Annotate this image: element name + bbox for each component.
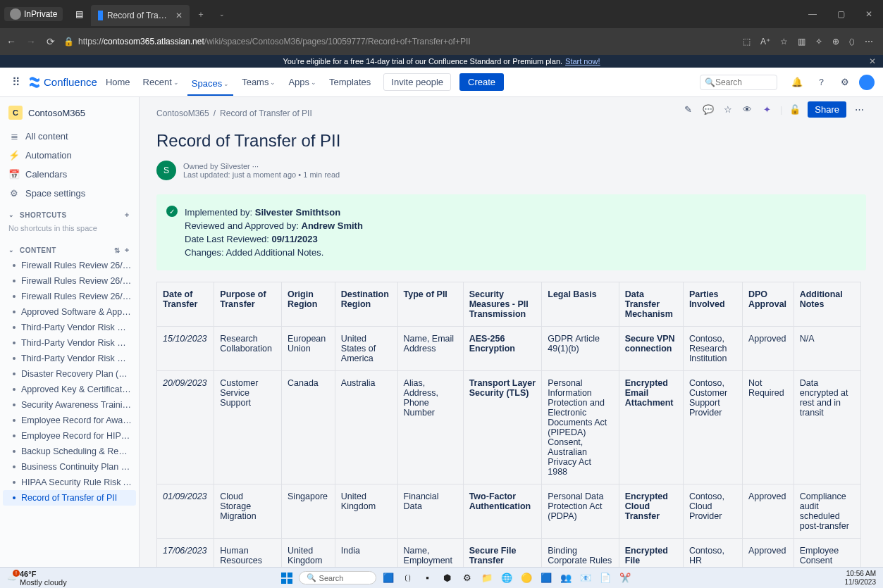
taskbar-app-icon[interactable]: ▪ <box>420 570 436 586</box>
sidebar-page-item[interactable]: Business Continuity Plan (BCP) <box>0 459 139 475</box>
split-screen-icon[interactable]: ▥ <box>798 37 805 46</box>
ai-icon[interactable]: ✦ <box>760 104 774 115</box>
star-icon[interactable]: ☆ <box>721 104 735 115</box>
edit-icon[interactable]: ✎ <box>681 104 696 115</box>
sidebar-item-label: Firewall Rules Review 26/10/2022 <box>21 292 132 301</box>
breadcrumb-space[interactable]: ContosoM365 <box>156 108 209 118</box>
taskbar-outlook-icon[interactable]: 📧 <box>578 570 593 586</box>
favorite-icon[interactable]: ☆ <box>780 37 788 46</box>
refresh-button[interactable]: ⟳ <box>44 36 58 47</box>
app-available-icon[interactable]: ⬚ <box>743 37 751 46</box>
browser-tab[interactable]: Record of Transfer of PII - Conte… ✕ <box>91 5 190 26</box>
add-content-icon[interactable]: ＋ <box>123 245 131 255</box>
info-panel: ✓ Implemented by: Silvester Smithtson Re… <box>156 194 866 270</box>
owner-name[interactable]: Silvester <box>221 162 250 170</box>
taskbar-teams-icon[interactable]: 👥 <box>558 570 574 586</box>
nav-recent[interactable]: Recent⌄ <box>139 74 183 90</box>
breadcrumb-page[interactable]: Record of Transfer of PII <box>220 108 312 118</box>
taskbar-chrome-icon[interactable]: 🟡 <box>519 570 534 586</box>
table-header: Additional Notes <box>794 282 860 327</box>
trial-start-link[interactable]: Start now! <box>565 57 600 65</box>
taskbar-app-icon[interactable]: ⚙ <box>459 570 475 586</box>
content-section[interactable]: ⌄ CONTENT ⇅ ＋ <box>0 238 139 258</box>
nav-apps[interactable]: Apps⌄ <box>284 74 321 90</box>
taskbar-app-icon[interactable]: 🟦 <box>538 570 554 586</box>
sidebar-page-item[interactable]: Backup Scheduling & Restore Procedure <box>0 444 139 459</box>
sidebar-page-item[interactable]: Approved Key & Certificate Inventory <box>0 382 139 397</box>
share-button[interactable]: Share <box>808 101 846 118</box>
nav-templates[interactable]: Templates <box>325 74 375 90</box>
shortcuts-section[interactable]: ⌄ SHORTCUTS ＋ <box>0 203 139 223</box>
invite-people-button[interactable]: Invite people <box>383 73 451 91</box>
close-window-button[interactable]: ✕ <box>855 9 883 19</box>
read-aloud-icon[interactable]: A⁺ <box>760 37 770 46</box>
sidebar-automation[interactable]: ⚡Automation <box>0 146 139 165</box>
tab-close-icon[interactable]: ✕ <box>175 11 183 20</box>
sidebar-page-item[interactable]: Employee Record for HIPPA Annual Traini… <box>0 428 139 444</box>
taskbar-copilot-icon[interactable]: 🟦 <box>381 570 396 586</box>
banner-close-icon[interactable]: ✕ <box>869 56 876 66</box>
sort-icon[interactable]: ⇅ <box>114 246 121 254</box>
user-avatar[interactable] <box>859 75 875 90</box>
watch-icon[interactable]: 👁 <box>741 104 755 115</box>
extensions-icon[interactable]: ⬯ <box>849 37 855 46</box>
header-search[interactable]: 🔍 <box>700 75 777 90</box>
new-tab-button[interactable]: ＋ <box>197 8 205 20</box>
taskbar-word-icon[interactable]: 📄 <box>598 570 613 586</box>
restrictions-icon[interactable]: 🔓 <box>788 104 802 115</box>
sidebar-page-item[interactable]: Employee Record for Awareness Training <box>0 413 139 428</box>
nav-teams[interactable]: Teams⌄ <box>237 74 280 90</box>
sidebar-page-item[interactable]: Record of Transfer of PII <box>3 490 136 506</box>
space-title[interactable]: C ContosoM365 <box>0 103 139 127</box>
comment-icon[interactable]: 💬 <box>701 104 715 115</box>
sidebar-page-item[interactable]: Third-Party Vendor Risk Management - 2… <box>0 351 139 366</box>
minimize-button[interactable]: — <box>798 9 827 19</box>
taskbar-clock[interactable]: 10:56 AM 11/9/2023 <box>838 570 884 587</box>
tab-dropdown-icon[interactable]: ⌄ <box>219 11 225 18</box>
sidebar-page-item[interactable]: Third-Party Vendor Risk Management - 2… <box>0 335 139 351</box>
bullet-icon <box>13 373 16 375</box>
sidebar-page-item[interactable]: Firewall Rules Review 26/10/2022 <box>0 289 139 304</box>
collections-icon[interactable]: ⊕ <box>832 37 839 46</box>
url-field[interactable]: 🔒 https://contosom365.atlassian.net/wiki… <box>63 37 737 46</box>
help-icon[interactable]: ？ <box>813 74 829 91</box>
notifications-icon[interactable]: 🔔 <box>789 74 805 91</box>
sidebar-all-content[interactable]: ≣All content <box>0 127 139 146</box>
browser-menu-icon[interactable]: ⋯ <box>865 37 873 46</box>
back-button[interactable]: ← <box>4 36 18 47</box>
favorites-bar-icon[interactable]: ✧ <box>815 37 822 46</box>
byline-more-icon[interactable]: ··· <box>252 162 259 170</box>
nav-spaces[interactable]: Spaces⌄ <box>187 75 233 96</box>
sidebar-page-item[interactable]: Firewall Rules Review 26/03/2023 <box>0 273 139 289</box>
sidebar-calendars[interactable]: 📅Calendars <box>0 165 139 184</box>
owner-avatar-icon[interactable]: S <box>156 161 176 180</box>
taskbar-taskview-icon[interactable]: ⟮⟯ <box>400 570 416 586</box>
sidebar-page-item[interactable]: Security Awareness Training <box>0 397 139 413</box>
maximize-button[interactable]: ▢ <box>827 9 855 19</box>
more-actions-icon[interactable]: ⋯ <box>852 104 866 115</box>
confluence-logo[interactable]: Confluence <box>28 76 97 89</box>
taskbar-search[interactable]: 🔍 Search <box>299 571 376 584</box>
inprivate-badge[interactable]: InPrivate <box>4 7 63 21</box>
nav-home[interactable]: Home <box>101 74 135 90</box>
app-switcher-icon[interactable]: ⠿ <box>8 75 24 90</box>
search-input[interactable] <box>715 77 772 87</box>
taskbar-app-icon[interactable]: ⬢ <box>440 570 455 586</box>
calendar-icon: 📅 <box>8 169 20 180</box>
taskbar-explorer-icon[interactable]: 📁 <box>479 570 495 586</box>
workspaces-icon[interactable]: ▤ <box>71 6 87 22</box>
sidebar-page-item[interactable]: HIPAA Security Rule Risk Analysis <box>0 475 139 490</box>
sidebar-space-settings[interactable]: ⚙Space settings <box>0 184 139 203</box>
sidebar-page-item[interactable]: Approved Software & Applications List <box>0 304 139 320</box>
sidebar-page-item[interactable]: Firewall Rules Review 26/09/2023 <box>0 258 139 273</box>
sidebar-page-item[interactable]: Third-Party Vendor Risk Management - 2… <box>0 320 139 335</box>
create-button[interactable]: Create <box>459 73 504 91</box>
add-shortcut-icon[interactable]: ＋ <box>123 210 131 220</box>
taskbar-edge-icon[interactable]: 🌐 <box>499 570 514 586</box>
sidebar-page-item[interactable]: Disaster Recovery Plan (DRP) <box>0 366 139 382</box>
settings-gear-icon[interactable]: ⚙ <box>836 74 853 91</box>
weather-widget[interactable]: ☁️ ! 46°F Mostly cloudy <box>0 570 74 587</box>
taskbar-app-icon[interactable]: ✂️ <box>617 570 633 586</box>
start-button[interactable] <box>279 570 295 586</box>
table-row: 20/09/2023Customer Service SupportCanada… <box>157 371 861 484</box>
